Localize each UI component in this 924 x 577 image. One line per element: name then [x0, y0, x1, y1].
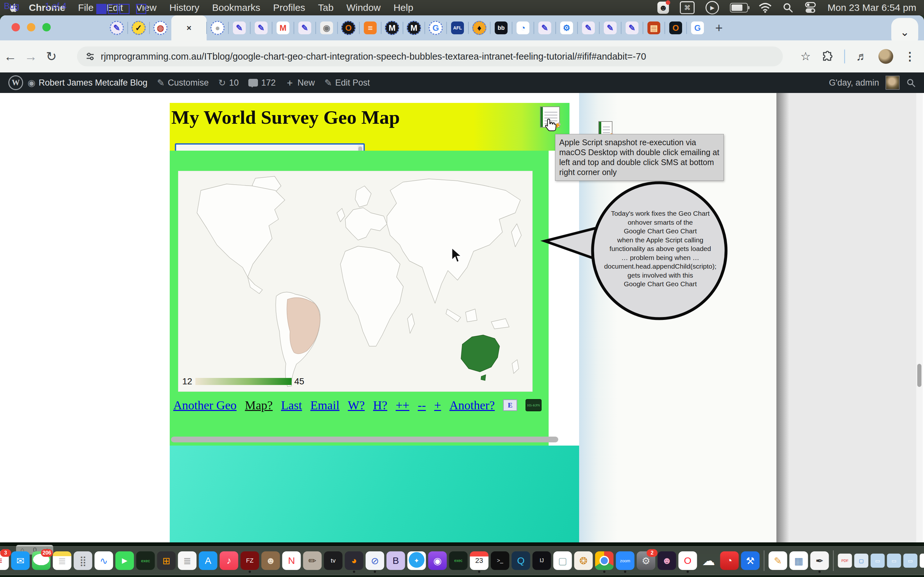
dock-finder-window-min-1[interactable]: ▭ — [871, 554, 885, 568]
tab-medium-2[interactable]: M — [403, 15, 425, 40]
dock-gimp[interactable]: ✏ — [303, 551, 322, 570]
admin-search-icon[interactable] — [906, 78, 916, 87]
tab-yellow-bird[interactable]: ♦ — [468, 15, 490, 40]
dock-firefox[interactable]: ◕ — [345, 551, 363, 570]
link-[interactable]: ++ — [396, 398, 409, 412]
new-tab-button[interactable]: + — [711, 20, 727, 36]
dock-white-tooth-app[interactable]: ☁ — [699, 551, 718, 570]
dock-cat-face-app[interactable]: ☻ — [658, 551, 676, 570]
dock-safari-window-min[interactable]: ▢ — [855, 554, 869, 568]
dock-notes-pencil-app[interactable]: ✎ — [769, 551, 787, 570]
dock-news[interactable]: N — [282, 551, 301, 570]
zoom-window-button[interactable] — [42, 23, 51, 31]
dock-chrome[interactable] — [595, 551, 614, 570]
new-content-menu[interactable]: ＋ New — [285, 77, 315, 89]
dock-system-settings[interactable]: ⚙2 — [637, 551, 656, 570]
control-center-icon[interactable] — [804, 2, 817, 14]
dock-app-store[interactable]: A — [199, 551, 218, 570]
dock-podcasts[interactable]: ◉ — [428, 551, 447, 570]
tab-chart-pencil-1[interactable]: ✎ — [228, 15, 250, 40]
dock-launchpad[interactable]: ⣿ — [74, 551, 92, 570]
tab-orange-o[interactable]: O — [338, 15, 359, 40]
link-[interactable]: -- — [418, 398, 426, 412]
tab-chromium-gray[interactable]: ◉ — [316, 15, 338, 40]
dock-chrome-window-min[interactable]: ◉ — [920, 554, 924, 568]
dock-finder-window-min-3[interactable]: ▭ — [903, 554, 918, 568]
omnibox[interactable]: rjmprogramming.com.au/ITblog/google-char… — [77, 47, 783, 66]
comments-menu[interactable]: 172 — [248, 78, 276, 88]
tab-afl[interactable]: AFL — [447, 15, 468, 40]
tab-stack-overflow[interactable]: ≡ — [359, 15, 381, 40]
admin-avatar[interactable] — [885, 76, 900, 90]
dock-facetime[interactable]: ▶ — [115, 551, 134, 570]
email-icon[interactable]: E — [503, 400, 517, 411]
dock-libreoffice[interactable]: ▢ — [553, 551, 572, 570]
vertical-scroll-thumb[interactable] — [917, 364, 921, 387]
dock-calendar[interactable]: 23 — [470, 551, 489, 570]
tab-geo-chart-1[interactable]: ✎ — [106, 15, 128, 40]
dock-terminal-exec[interactable]: exec — [136, 551, 155, 570]
link-email[interactable]: Email — [310, 398, 339, 412]
dock-pdf-document[interactable]: PDF — [838, 554, 852, 568]
dock-intellij[interactable]: IJ — [533, 551, 551, 570]
tab-color-dots[interactable]: ◍ — [150, 15, 171, 40]
tab-check-task[interactable]: ✓ — [128, 15, 150, 40]
link-h[interactable]: H? — [373, 398, 387, 412]
dock-terminal-dark[interactable]: >_ — [491, 551, 509, 570]
dock-messages[interactable]: 206 — [32, 551, 51, 570]
edit-post-menu[interactable]: ✎ Edit Post — [325, 77, 370, 88]
forward-button[interactable]: → — [21, 49, 41, 64]
dock-safari[interactable]: ✦ — [407, 551, 426, 570]
tab-history-clock[interactable]: ◔ — [512, 15, 534, 40]
dock-contacts[interactable]: ☻ — [262, 551, 280, 570]
kebab-menu-icon[interactable]: ⋮ — [904, 50, 916, 63]
menu-bookmarks[interactable]: Bookmarks — [212, 2, 260, 13]
link-another-geo[interactable]: Another Geo — [173, 398, 236, 412]
menu-file[interactable]: File — [78, 2, 94, 13]
tab-medium-1[interactable]: M — [381, 15, 403, 40]
tab-orange-book[interactable]: ▤ — [643, 15, 665, 40]
customise-menu[interactable]: ✎ Customise — [157, 77, 209, 88]
meeting-app-status-icon[interactable]: ☻ — [657, 2, 669, 14]
dock-speed-gauge[interactable]: ◔ — [720, 551, 739, 570]
intranet-screen-icon[interactable]: HS-KPN — [525, 399, 541, 411]
tab-current-geo-chart[interactable]: × — [171, 15, 207, 40]
link-another[interactable]: Another? — [449, 398, 495, 412]
link-last[interactable]: Last — [281, 398, 302, 412]
keyboard-window-status-icon[interactable]: ⌘ — [680, 1, 695, 14]
dock-draw-app[interactable]: ✒ — [811, 551, 829, 570]
wordpress-logo-icon[interactable]: W — [8, 75, 23, 90]
link-map[interactable]: Map? — [245, 398, 273, 412]
tab-chart-pencil-6[interactable]: ✎ — [599, 15, 621, 40]
dock-app-tamer[interactable]: ⊘ — [366, 551, 384, 570]
tab-britbox[interactable]: bb — [490, 15, 512, 40]
menu-history[interactable]: History — [170, 2, 199, 13]
dock-mail[interactable]: ✉ — [11, 551, 30, 570]
minimize-window-button[interactable] — [27, 23, 35, 31]
menu-profiles[interactable]: Profiles — [273, 2, 305, 13]
tab-chart-pencil-4[interactable]: ✎ — [534, 15, 556, 40]
dock-quicktime[interactable]: Q — [512, 551, 530, 570]
tab-google[interactable]: G — [425, 15, 447, 40]
dock-terminal-exec-2[interactable]: exec — [449, 551, 468, 570]
dock-paint-palette[interactable]: ❂ — [574, 551, 593, 570]
extensions-icon[interactable] — [822, 51, 833, 62]
reload-button[interactable]: ↻ — [41, 49, 61, 64]
tab-gray-circle[interactable]: ● — [207, 15, 228, 40]
wifi-icon[interactable] — [759, 2, 772, 14]
bookmark-star-icon[interactable]: ☆ — [800, 50, 811, 63]
link-w[interactable]: W? — [348, 398, 365, 412]
tab-settings-gear[interactable]: ⚙ — [556, 15, 577, 40]
vertical-scrollbar[interactable] — [916, 93, 923, 542]
dock-photo-ink-app[interactable]: ▦ — [790, 551, 808, 570]
back-button[interactable]: ← — [0, 49, 21, 64]
dock-xcode[interactable]: ⚒ — [741, 551, 760, 570]
battery-icon[interactable] — [730, 3, 748, 13]
menu-help[interactable]: Help — [393, 2, 413, 13]
tab-google-2[interactable]: G — [687, 15, 708, 40]
url-text[interactable]: rjmprogramming.com.au/ITblog/google-char… — [101, 51, 646, 62]
tab-chart-pencil-3[interactable]: ✎ — [294, 15, 316, 40]
tab-chart-pencil-2[interactable]: ✎ — [250, 15, 272, 40]
greeting-text[interactable]: G'day, admin — [829, 78, 879, 88]
dock-finder-window-min-2[interactable]: ▭ — [887, 554, 901, 568]
